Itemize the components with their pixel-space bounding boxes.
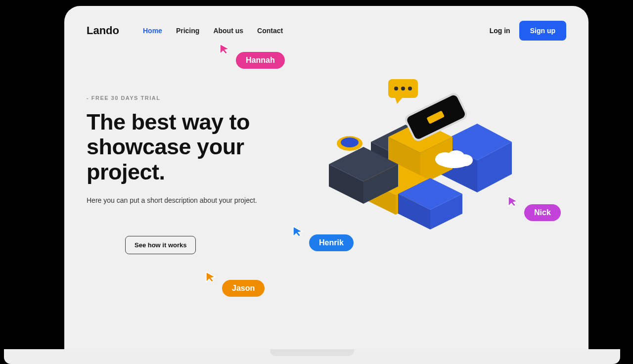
laptop-frame: Lando Home Pricing About us Contact Log …: [64, 6, 588, 352]
laptop-notch: [270, 349, 354, 356]
primary-nav: Home Pricing About us Contact: [143, 27, 490, 35]
hero-illustration: [314, 75, 512, 238]
site-header: Lando Home Pricing About us Contact Log …: [64, 6, 588, 41]
svg-point-31: [439, 156, 469, 168]
hero-eyebrow: - FREE 30 DAYS TRIAL: [87, 95, 294, 101]
svg-point-27: [408, 87, 412, 91]
hero-section: - FREE 30 DAYS TRIAL The best way to sho…: [64, 41, 588, 254]
nav-about[interactable]: About us: [213, 27, 243, 35]
login-link[interactable]: Log in: [490, 27, 510, 35]
hero-headline: The best way to showcase your project.: [87, 110, 294, 184]
svg-point-19: [341, 137, 359, 147]
laptop-base: [4, 349, 620, 364]
brand-logo: Lando: [87, 24, 119, 37]
hero-subcopy: Here you can put a short description abo…: [87, 196, 294, 204]
signup-button[interactable]: Sign up: [519, 21, 566, 41]
svg-marker-24: [395, 98, 402, 104]
auth-actions: Log in Sign up: [490, 21, 566, 41]
see-how-it-works-button[interactable]: See how it works: [125, 236, 196, 254]
svg-point-25: [394, 87, 398, 91]
svg-point-26: [401, 87, 405, 91]
nav-home[interactable]: Home: [143, 27, 162, 35]
hero-copy: - FREE 30 DAYS TRIAL The best way to sho…: [87, 95, 294, 254]
hero-illustration-wrap: [309, 95, 566, 254]
nav-contact[interactable]: Contact: [257, 27, 283, 35]
nav-pricing[interactable]: Pricing: [176, 27, 199, 35]
